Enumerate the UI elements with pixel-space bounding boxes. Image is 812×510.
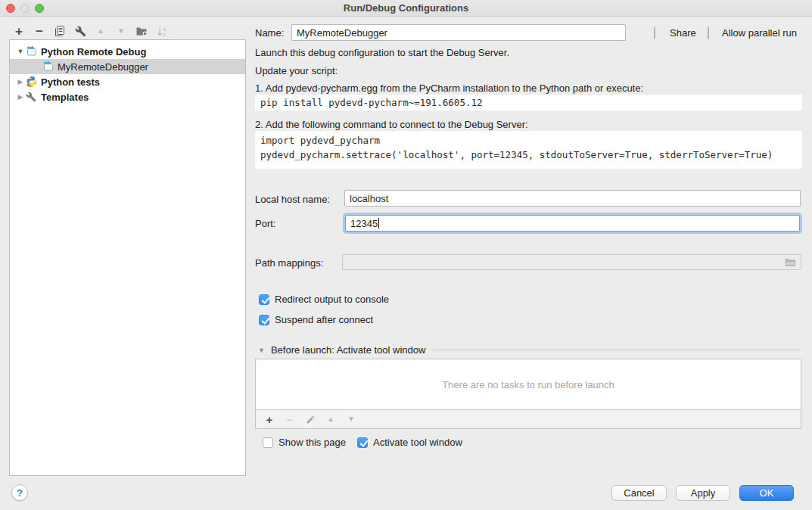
remove-task-button: − — [284, 411, 296, 428]
show-this-page-checkbox[interactable] — [263, 437, 273, 448]
remote-debug-icon — [26, 45, 38, 58]
step1-text: 1. Add pydevd-pycharm.egg from the PyCha… — [255, 82, 643, 94]
copy-icon — [54, 25, 66, 37]
intro-text: Launch this debug configuration to start… — [255, 47, 509, 58]
settrace-code-line1: import pydevd_pycharm — [260, 133, 797, 148]
minus-icon: − — [36, 25, 43, 38]
close-window-button[interactable] — [6, 4, 15, 13]
run-debug-configurations-dialog: Run/Debug Configurations + − ▲ ▼ — [0, 0, 812, 510]
tree-item-templates[interactable]: ▶ Templates — [10, 89, 245, 104]
name-input[interactable] — [291, 24, 626, 41]
arrow-up-icon: ▲ — [97, 27, 104, 35]
remove-configuration-button[interactable]: − — [31, 23, 48, 39]
share-checkbox[interactable] — [654, 26, 655, 39]
pencil-icon — [306, 415, 316, 424]
local-host-name-label: Local host name: — [255, 194, 330, 205]
tree-item-label: Templates — [41, 92, 89, 103]
tree-item-label: Python tests — [41, 76, 100, 88]
suspend-after-connect-checkbox[interactable] — [259, 315, 269, 325]
update-script-text: Update your script: — [255, 65, 338, 76]
path-mappings-label: Path mappings: — [255, 257, 323, 269]
redirect-output-label: Redirect output to console — [275, 294, 389, 305]
show-this-page-label: Show this page — [278, 437, 346, 448]
move-task-up-button: ▲ — [325, 411, 337, 428]
wrench-icon — [26, 91, 38, 103]
share-label: Share — [670, 27, 696, 39]
minus-icon: − — [287, 413, 294, 426]
local-host-name-input[interactable] — [344, 190, 801, 207]
port-label: Port: — [255, 218, 275, 229]
no-tasks-message: There are no tasks to run before launch — [442, 379, 614, 390]
new-folder-button[interactable] — [133, 23, 150, 39]
wrench-icon — [75, 26, 86, 37]
minimize-window-button — [20, 4, 30, 13]
task-list-toolbar: + − ▲ ▼ — [255, 410, 801, 429]
before-launch-task-list[interactable]: There are no tasks to run before launch — [255, 359, 801, 410]
question-mark-icon: ? — [17, 487, 23, 499]
folder-icon[interactable] — [785, 257, 796, 267]
add-configuration-button[interactable]: + — [11, 23, 27, 39]
section-divider — [431, 350, 801, 350]
move-down-button: ▼ — [113, 23, 129, 39]
cancel-button[interactable]: Cancel — [611, 485, 667, 501]
move-up-button: ▲ — [92, 23, 109, 39]
path-mappings-input[interactable] — [342, 254, 801, 270]
expand-arrow-icon[interactable]: ▼ — [15, 48, 26, 55]
arrow-down-icon: ▼ — [117, 27, 125, 35]
remote-debug-icon — [42, 61, 54, 73]
tree-item-label: MyRemoteDebugger — [58, 61, 148, 73]
sort-configurations-button: a z — [154, 23, 170, 39]
python-tests-icon — [26, 76, 38, 88]
text-caret — [378, 218, 379, 229]
activate-tool-window-label: Activate tool window — [373, 437, 462, 448]
tree-item-python-tests[interactable]: ▶ Python tests — [10, 74, 245, 89]
titlebar: Run/Debug Configurations — [0, 0, 812, 17]
collapse-arrow-icon[interactable]: ▶ — [15, 78, 26, 86]
plus-icon: + — [266, 414, 273, 425]
ok-button[interactable]: OK — [739, 485, 794, 501]
port-value: 12345 — [350, 218, 378, 229]
collapse-arrow-icon[interactable]: ▶ — [15, 93, 26, 101]
allow-parallel-run-checkbox[interactable] — [708, 26, 709, 39]
name-label: Name: — [255, 27, 284, 39]
configurations-toolbar: + − ▲ ▼ a z — [11, 22, 170, 40]
suspend-after-connect-label: Suspend after connect — [275, 314, 373, 325]
step2-text: 2. Add the following command to connect … — [255, 119, 528, 130]
redirect-output-checkbox[interactable] — [259, 294, 269, 305]
pip-install-code: pip install pydevd-pycharm~=191.6605.12 — [255, 95, 802, 110]
configurations-tree: ▼ Python Remote Debug . MyRemoteDeb — [9, 39, 246, 476]
window-title: Run/Debug Configurations — [344, 2, 468, 14]
tree-item-myremotedebugger[interactable]: . MyRemoteDebugger — [10, 59, 245, 74]
folder-plus-icon — [135, 25, 148, 37]
settrace-code-line2: pydevd_pycharm.settrace('localhost', por… — [260, 148, 797, 162]
arrow-up-icon: ▲ — [327, 415, 334, 423]
before-launch-title: Before launch: Activate tool window — [271, 344, 426, 356]
svg-text:a: a — [163, 26, 166, 31]
port-input[interactable]: 12345 — [345, 215, 800, 232]
edit-task-button — [304, 411, 316, 428]
apply-button[interactable]: Apply — [676, 485, 730, 501]
copy-configuration-button[interactable] — [51, 23, 68, 39]
activate-tool-window-checkbox[interactable] — [357, 437, 368, 448]
collapse-section-icon[interactable]: ▼ — [258, 347, 265, 354]
help-button[interactable]: ? — [11, 484, 28, 501]
plus-icon: + — [15, 25, 23, 38]
svg-text:z: z — [163, 32, 165, 37]
tree-item-python-remote-debug[interactable]: ▼ Python Remote Debug — [10, 44, 245, 59]
tree-item-label: Python Remote Debug — [41, 46, 146, 58]
sort-az-icon: a z — [157, 26, 168, 37]
add-task-button[interactable]: + — [263, 411, 275, 428]
allow-parallel-run-label: Allow parallel run — [722, 27, 797, 39]
move-task-down-button: ▼ — [345, 411, 357, 428]
arrow-down-icon: ▼ — [347, 415, 355, 423]
settrace-code: import pydevd_pycharm pydevd_pycharm.set… — [255, 131, 802, 169]
zoom-window-button[interactable] — [35, 4, 44, 13]
edit-templates-button[interactable] — [72, 23, 89, 39]
